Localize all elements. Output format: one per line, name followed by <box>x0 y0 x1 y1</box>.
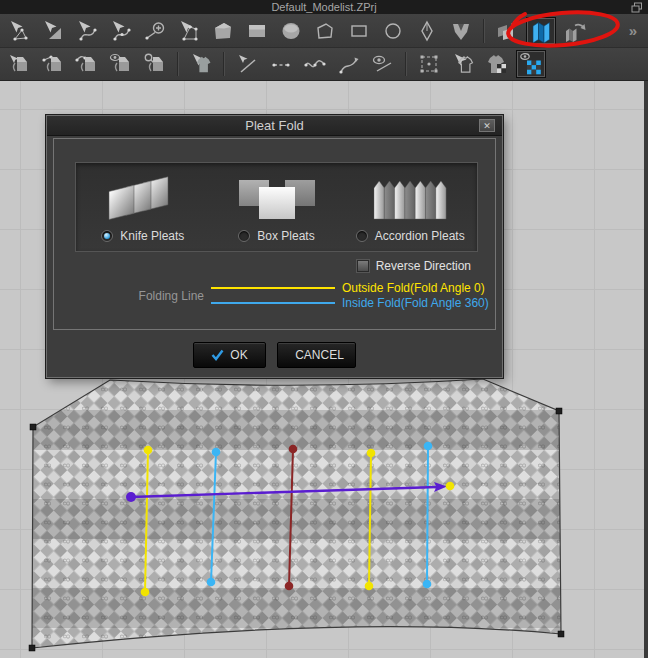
pleat-type-panel: Knife PleatsBox PleatsAccordion Pleats <box>75 162 478 252</box>
edit-curve-icon <box>75 19 99 43</box>
edit-pattern-button[interactable] <box>174 17 204 45</box>
restore-window-button[interactable] <box>630 1 643 13</box>
toolbar-edit <box>0 48 648 81</box>
pleat-rotate-tool-icon <box>563 19 587 43</box>
pleat-rotate-tool-button[interactable] <box>560 17 590 45</box>
internal-rectangle-tool-icon <box>347 19 371 43</box>
shield-dart-tool-icon <box>449 19 473 43</box>
knife-pleats-icon <box>99 176 187 222</box>
dialog-title: Pleat Fold <box>47 116 502 135</box>
reverse-direction-label: Reverse Direction <box>376 259 471 273</box>
fold-search-tool-button[interactable] <box>140 50 170 78</box>
fold-curve-tool-icon <box>75 52 99 76</box>
edit-curve-point-button[interactable] <box>106 17 136 45</box>
toolbar-separator <box>223 52 225 76</box>
knife-pleats-label: Knife Pleats <box>120 229 184 243</box>
marquee-select-tool-button[interactable] <box>414 50 444 78</box>
polygon-tool-icon <box>211 19 235 43</box>
internal-circle-tool-icon <box>381 19 405 43</box>
select-pattern-on-garment-tool-button[interactable] <box>448 50 478 78</box>
shield-dart-tool-button[interactable] <box>446 17 476 45</box>
select-area-button[interactable] <box>38 17 68 45</box>
folding-line-legend: Folding Line Outside Fold(Fold Angle 0) … <box>54 280 487 311</box>
internal-polygon-tool-button[interactable] <box>310 17 340 45</box>
pleat-fold-tool-icon <box>529 19 553 43</box>
add-point-button[interactable] <box>140 17 170 45</box>
select-pattern-on-garment-tool-icon <box>451 52 475 76</box>
fold-search-tool-icon <box>143 52 167 76</box>
pleat-fold-dialog: Pleat Fold ✕ Knife PleatsBox PleatsAccor… <box>46 115 503 378</box>
outside-fold-label: Outside Fold(Fold Angle 0) <box>342 281 489 295</box>
rectangle-tool-icon <box>245 19 269 43</box>
reverse-direction-checkbox[interactable] <box>357 260 369 272</box>
edit-curve-point-icon <box>109 19 133 43</box>
toolbar-separator <box>405 52 407 76</box>
marquee-select-tool-icon <box>417 52 441 76</box>
window-titlebar[interactable]: Default_Modelist.ZPrj <box>0 0 648 14</box>
show-sewline-tool-button[interactable] <box>368 50 398 78</box>
pleat-fold-tool-button[interactable] <box>526 17 556 45</box>
pleat-option-knife-pleats[interactable]: Knife Pleats <box>76 176 210 251</box>
edit-curve-button[interactable] <box>72 17 102 45</box>
toolbar-separator <box>483 19 485 43</box>
rectangle-tool-button[interactable] <box>242 17 272 45</box>
toolbar-separator <box>177 52 179 76</box>
inside-fold-line-swatch <box>211 302 335 304</box>
box-pleats-icon <box>233 176 321 222</box>
wave-line-tool-icon <box>303 52 327 76</box>
select-transform-icon <box>7 19 31 43</box>
toolbar-main: » <box>0 14 648 48</box>
window-title: Default_Modelist.ZPrj <box>0 0 648 14</box>
fold-line-tool-button[interactable] <box>38 50 68 78</box>
cancel-button[interactable]: CANCEL <box>277 342 356 368</box>
dialog-close-button[interactable]: ✕ <box>479 119 495 132</box>
ok-button[interactable]: OK <box>193 342 266 368</box>
canvas-right-edge <box>644 81 648 658</box>
select-transform-button[interactable] <box>4 17 34 45</box>
dialog-groupbox: Knife PleatsBox PleatsAccordion Pleats R… <box>53 138 496 330</box>
restore-window-icon <box>631 2 643 13</box>
ellipse-tool-button[interactable] <box>276 17 306 45</box>
ok-button-label: OK <box>230 348 247 362</box>
dart-tool-icon <box>415 19 439 43</box>
curve-arrow-tool-button[interactable] <box>334 50 364 78</box>
pattern-clone-tool-icon <box>495 19 519 43</box>
line-tool-icon <box>235 52 259 76</box>
fold-curve-tool-button[interactable] <box>72 50 102 78</box>
inside-fold-label: Inside Fold(Fold Angle 360) <box>342 296 489 310</box>
reverse-direction-row: Reverse Direction <box>357 259 471 273</box>
garment-texture-tool-button[interactable] <box>482 50 512 78</box>
dialog-titlebar[interactable]: Pleat Fold ✕ <box>47 116 502 136</box>
fold-eye-tool-button[interactable] <box>106 50 136 78</box>
box-pleats-label: Box Pleats <box>257 229 314 243</box>
pleat-option-accordion-pleats[interactable]: Accordion Pleats <box>343 176 477 251</box>
fold-select-tool-icon <box>7 52 31 76</box>
box-pleats-radio[interactable] <box>238 230 250 242</box>
internal-circle-tool-button[interactable] <box>378 17 408 45</box>
pleat-option-box-pleats[interactable]: Box Pleats <box>210 176 344 251</box>
fold-eye-tool-icon <box>109 52 133 76</box>
internal-rectangle-tool-button[interactable] <box>344 17 374 45</box>
dart-tool-button[interactable] <box>412 17 442 45</box>
fold-line-tool-icon <box>41 52 65 76</box>
wave-line-tool-button[interactable] <box>300 50 330 78</box>
pattern-clone-tool-button[interactable] <box>492 17 522 45</box>
show-texture-tool-icon <box>519 52 543 76</box>
ok-check-icon <box>211 349 224 361</box>
edit-pattern-icon <box>177 19 201 43</box>
fold-select-tool-button[interactable] <box>4 50 34 78</box>
add-point-icon <box>143 19 167 43</box>
accordion-pleats-radio[interactable] <box>356 230 368 242</box>
ellipse-tool-icon <box>279 19 303 43</box>
dashed-line-tool-button[interactable] <box>266 50 296 78</box>
line-tool-button[interactable] <box>232 50 262 78</box>
garment-select-tool-button[interactable] <box>186 50 216 78</box>
knife-pleats-radio[interactable] <box>101 230 113 242</box>
select-area-icon <box>41 19 65 43</box>
accordion-pleats-icon <box>366 176 454 222</box>
accordion-pleats-label: Accordion Pleats <box>375 229 465 243</box>
show-texture-tool-button[interactable] <box>516 50 546 78</box>
dialog-buttons: OK CANCEL <box>47 342 502 368</box>
toolbar-overflow-chevron-icon[interactable]: » <box>629 22 635 39</box>
polygon-tool-button[interactable] <box>208 17 238 45</box>
